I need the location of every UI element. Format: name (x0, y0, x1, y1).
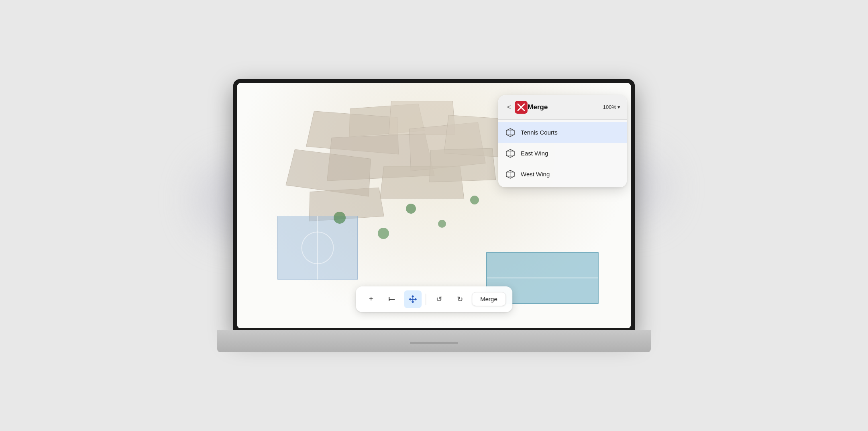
west-wing-label: West Wing (521, 171, 550, 178)
zoom-selector[interactable]: 100% ▾ (603, 104, 620, 110)
basketball-court-visual (277, 216, 358, 280)
panel-list: Tennis Courts East Wing (498, 120, 627, 187)
fit-button[interactable] (383, 290, 401, 308)
tree-5 (470, 196, 479, 204)
merge-button[interactable]: Merge (472, 292, 506, 306)
fit-icon (388, 295, 396, 303)
move-icon (408, 295, 417, 304)
zoom-label: 100% (603, 104, 616, 110)
add-button[interactable]: + (362, 290, 380, 308)
tennis-courts-label: Tennis Courts (521, 129, 558, 136)
tree-3 (438, 220, 446, 228)
move-button[interactable] (404, 290, 422, 308)
merge-logo (515, 101, 528, 114)
toolbar-divider (426, 294, 426, 305)
cube-icon-tennis (505, 128, 515, 137)
building-segment-10 (429, 148, 496, 182)
3d-scene: + ↺ ↻ Merge (237, 83, 631, 328)
tree-4 (378, 228, 389, 239)
tree-1 (334, 212, 346, 224)
cube-icon-east (505, 149, 515, 158)
redo-button[interactable]: ↻ (451, 290, 469, 308)
back-button[interactable]: < (505, 102, 513, 112)
cube-icon-west (505, 170, 515, 179)
panel-item-east-wing[interactable]: East Wing (498, 143, 627, 164)
tree-2 (406, 204, 416, 214)
laptop-screen-outer: + ↺ ↻ Merge (233, 79, 635, 332)
laptop-base (217, 330, 651, 352)
undo-button[interactable]: ↺ (430, 290, 448, 308)
toolbar: + ↺ ↻ Merge (356, 286, 512, 312)
east-wing-label: East Wing (521, 150, 548, 157)
panel-title: Merge (528, 103, 603, 111)
panel-header: < Merge 100% ▾ (498, 95, 627, 120)
panel-item-tennis-courts[interactable]: Tennis Courts (498, 122, 627, 143)
merge-panel: < Merge 100% ▾ (498, 95, 627, 187)
laptop-screen: + ↺ ↻ Merge (237, 83, 631, 328)
panel-item-west-wing[interactable]: West Wing (498, 164, 627, 185)
zoom-chevron-icon: ▾ (617, 104, 620, 110)
